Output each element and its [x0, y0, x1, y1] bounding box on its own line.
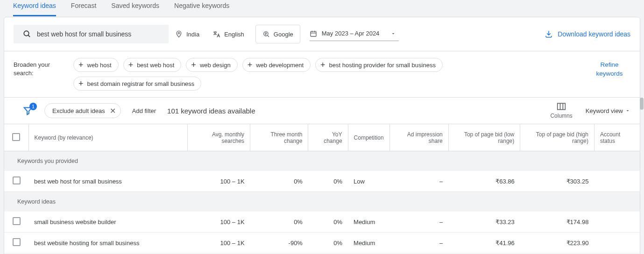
network-button[interactable]: Google — [255, 25, 300, 43]
location-button[interactable]: India — [169, 25, 206, 43]
col-competition[interactable]: Competition — [348, 124, 389, 151]
plus-icon: + — [128, 61, 134, 69]
cell-competition: Low — [348, 171, 389, 192]
cell-yoy: 0% — [308, 212, 348, 233]
cell-yoy: 0% — [308, 233, 348, 254]
tab-saved-keywords[interactable]: Saved keywords — [111, 0, 159, 16]
broaden-chip[interactable]: +best domain registrar for small busines… — [73, 77, 201, 91]
calendar-icon — [310, 30, 317, 37]
cell-competition: Medium — [348, 233, 389, 254]
filter-funnel-button[interactable]: 1 — [23, 106, 33, 116]
col-ad-impression[interactable]: Ad impression share — [389, 124, 448, 151]
filter-bar: 1 Exclude adult ideas ✕ Add filter 101 k… — [4, 98, 640, 124]
broaden-chip[interactable]: +web design — [186, 58, 237, 72]
cell-bid-low: ₹63.86 — [448, 171, 520, 192]
svg-point-0 — [24, 31, 29, 36]
cell-yoy: 0% — [308, 171, 348, 192]
main-panel: India English Google May 2023 – Apr 2024… — [4, 17, 640, 254]
cell-avg: 100 – 1K — [187, 212, 250, 233]
table-row[interactable]: small business website builder 100 – 1K … — [4, 212, 640, 233]
svg-rect-8 — [311, 31, 316, 36]
add-filter-button[interactable]: Add filter — [132, 107, 156, 114]
date-range-label: May 2023 – Apr 2024 — [322, 30, 380, 37]
col-account-status[interactable]: Account status — [594, 124, 640, 151]
search-icon — [23, 30, 31, 38]
col-tmc[interactable]: Three month change — [250, 124, 308, 151]
language-icon — [212, 30, 220, 38]
broaden-chip[interactable]: +web development — [242, 58, 311, 72]
col-yoy[interactable]: YoY change — [308, 124, 348, 151]
download-icon — [545, 30, 553, 38]
cell-keyword: small business website builder — [28, 212, 187, 233]
svg-line-4 — [268, 35, 269, 37]
columns-icon — [557, 102, 566, 111]
columns-button[interactable]: Columns — [550, 102, 572, 119]
tab-keyword-ideas[interactable]: Keyword ideas — [13, 0, 56, 16]
keyword-view-button[interactable]: Keyword view — [586, 107, 630, 114]
broaden-section: Broaden yoursearch: +web host +best web … — [4, 51, 640, 98]
search-box[interactable] — [14, 25, 169, 43]
search-input[interactable] — [37, 30, 163, 38]
filter-badge: 1 — [29, 103, 37, 110]
keyword-table: Keyword (by relevance) Avg. monthly sear… — [4, 124, 640, 254]
refine-keywords-link[interactable]: Refinekeywords — [588, 58, 630, 78]
cell-competition: Medium — [348, 212, 389, 233]
svg-line-1 — [28, 35, 30, 37]
cell-impression: – — [389, 171, 448, 192]
view-label: Keyword view — [586, 107, 623, 114]
download-label: Download keyword ideas — [558, 30, 630, 38]
tab-negative-keywords[interactable]: Negative keywords — [174, 0, 229, 16]
cell-bid-low: ₹33.23 — [448, 212, 520, 233]
columns-label: Columns — [550, 113, 572, 119]
col-avg[interactable]: Avg. monthly searches — [187, 124, 250, 151]
toolbar: India English Google May 2023 – Apr 2024… — [4, 17, 640, 51]
broaden-chips: +web host +best web host +web design +we… — [73, 58, 565, 91]
col-bid-low[interactable]: Top of page bid (low range) — [448, 124, 520, 151]
scrollbar-thumb[interactable] — [640, 98, 644, 110]
network-icon — [262, 30, 270, 38]
date-range-button[interactable]: May 2023 – Apr 2024 — [310, 27, 399, 41]
row-checkbox[interactable] — [13, 176, 21, 184]
select-all-checkbox[interactable] — [12, 133, 20, 141]
plus-icon: + — [248, 61, 253, 69]
section-provided: Keywords you provided — [4, 151, 640, 171]
table-row[interactable]: best web host for small business 100 – 1… — [4, 171, 640, 192]
location-icon — [175, 30, 183, 38]
cell-tmc: 0% — [250, 171, 308, 192]
broaden-chip[interactable]: +best web host — [123, 58, 182, 72]
plus-icon: + — [191, 61, 196, 69]
network-label: Google — [274, 31, 293, 38]
cell-avg: 100 – 1K — [187, 171, 250, 192]
broaden-chip[interactable]: +best hosting provider for small busines… — [315, 58, 443, 72]
chevron-down-icon — [390, 31, 396, 36]
tab-forecast[interactable]: Forecast — [71, 0, 96, 16]
cell-avg: 100 – 1K — [187, 233, 250, 254]
download-keyword-ideas[interactable]: Download keyword ideas — [545, 30, 630, 38]
cell-tmc: -90% — [250, 233, 308, 254]
table-row[interactable]: best website hosting for small business … — [4, 233, 640, 254]
plus-icon: + — [78, 79, 84, 88]
cell-impression: – — [389, 212, 448, 233]
cell-bid-high: ₹223.90 — [520, 233, 594, 254]
chevron-down-icon — [625, 108, 630, 113]
broaden-label: Broaden yoursearch: — [14, 58, 50, 78]
svg-point-2 — [178, 32, 179, 34]
plus-icon: + — [78, 61, 84, 69]
svg-rect-12 — [558, 103, 566, 109]
cell-bid-high: ₹303.25 — [520, 171, 594, 192]
ideas-count: 101 keyword ideas available — [167, 107, 255, 115]
plus-icon: + — [320, 61, 326, 69]
filter-chip-exclude-adult[interactable]: Exclude adult ideas ✕ — [44, 103, 121, 118]
language-button[interactable]: English — [206, 25, 251, 43]
cell-keyword: best website hosting for small business — [28, 233, 187, 254]
filter-chip-label: Exclude adult ideas — [52, 107, 105, 114]
col-keyword[interactable]: Keyword (by relevance) — [28, 124, 187, 151]
cell-bid-high: ₹174.98 — [520, 212, 594, 233]
row-checkbox[interactable] — [13, 217, 21, 225]
tab-bar: Keyword ideas Forecast Saved keywords Ne… — [0, 0, 644, 17]
row-checkbox[interactable] — [13, 238, 21, 246]
close-icon[interactable]: ✕ — [110, 106, 116, 115]
col-bid-high[interactable]: Top of page bid (high range) — [520, 124, 594, 151]
broaden-chip[interactable]: +web host — [73, 58, 119, 72]
location-label: India — [186, 31, 199, 38]
